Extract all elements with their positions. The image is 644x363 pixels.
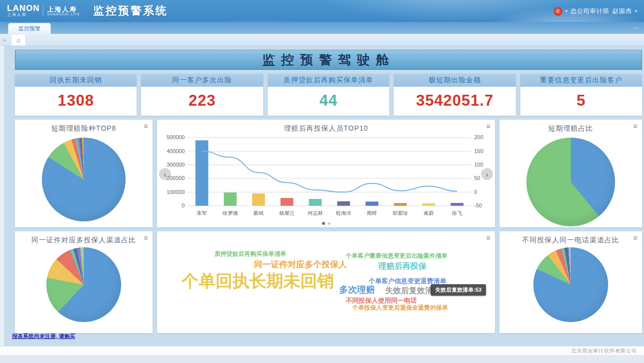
bar-line-chart-reinsure-top10[interactable]: 0-50100000020000050300000100400000150500… — [157, 134, 495, 220]
pie-chart-claim-type-top8[interactable] — [42, 138, 126, 221]
kpi-value: 5 — [520, 87, 642, 116]
carousel-dot-active[interactable] — [322, 222, 325, 225]
app-title: 监控预警系统 — [93, 3, 168, 18]
svg-text:何志林: 何志林 — [308, 210, 323, 216]
svg-text:0: 0 — [182, 202, 185, 208]
wordcloud-term[interactable]: 同一证件对应多个投保人 — [254, 260, 347, 270]
chart-tooltip: 失效后复效清单:53 — [431, 284, 486, 296]
chart-card-same-phone-channel: 不同投保人同一电话渠道占比 ≡ — [499, 231, 642, 333]
wordcloud-term[interactable]: 理赔后再投保 — [378, 262, 426, 271]
chart-menu-icon[interactable]: ≡ — [144, 234, 148, 241]
dashboard-page: LANON 上海人寿 上海人寿 SHANGHAI LIFE 监控预警系统 ✆ ▾… — [0, 0, 644, 363]
kpi-value: 223 — [141, 87, 263, 116]
chart-card-wordcloud: ≡ 质押贷款后再购买保单清单个单客户重要信息变更后出险案件清单同一证件对应多个投… — [157, 231, 495, 333]
user-name[interactable]: 赵国杰 — [612, 7, 632, 15]
pie-chart-short-claim-ratio[interactable] — [526, 138, 615, 226]
kpi-card-short-term-amount: 极短期出险金额 3542051.7 — [394, 74, 515, 116]
bottom-strip — [0, 355, 644, 363]
svg-text:朱军: 朱军 — [197, 210, 207, 216]
logo-text: LANON — [7, 4, 39, 12]
chart-title: 短期理赔占比 — [499, 120, 642, 134]
app-header: LANON 上海人寿 上海人寿 SHANGHAI LIFE 监控预警系统 ✆ ▾… — [0, 0, 644, 22]
chart-card-reinsure-top10: 理赔后再投保人员TOP10 ≡ 0-5010000002000005030000… — [157, 120, 495, 227]
carousel-next-icon[interactable]: › — [481, 168, 493, 180]
carousel-prev-icon[interactable]: ‹ — [159, 168, 171, 180]
svg-text:400000: 400000 — [166, 148, 184, 154]
carousel-dots — [157, 222, 495, 225]
svg-text:200: 200 — [474, 134, 483, 140]
combo-chart-svg: 0-50100000020000050300000100400000150500… — [160, 134, 492, 218]
wordcloud-term[interactable]: 多次理赔 — [339, 285, 375, 295]
kpi-card-huizhi: 回执长期未回销 1308 — [15, 74, 137, 116]
wordcloud-term[interactable]: 不同投保人使用同一电话 — [345, 297, 417, 304]
svg-text:50: 50 — [474, 175, 480, 181]
kpi-row: 回执长期未回销 1308 同一客户多次出险 223 质押贷款后再购买保单清单 4… — [15, 74, 642, 116]
pie-chart-same-phone-channel[interactable] — [533, 247, 608, 322]
footer-company: 北京用友审计软件有限公司 — [571, 348, 637, 355]
svg-text:100: 100 — [474, 162, 483, 168]
brand-name: 上海人寿 — [47, 6, 80, 12]
kpi-card-pledge-loan: 质押贷款后再购买保单清单 44 — [268, 74, 389, 116]
svg-text:徐飞: 徐飞 — [452, 210, 463, 216]
svg-text:100000: 100000 — [166, 189, 184, 195]
company-logo: LANON 上海人寿 上海人寿 SHANGHAI LIFE — [7, 4, 80, 17]
svg-text:邹紫珍: 邹紫珍 — [393, 210, 408, 216]
svg-text:-50: -50 — [474, 202, 482, 208]
wordcloud-term[interactable]: 个单客户重要信息变更后出险案件清单 — [345, 253, 447, 259]
collapse-header-icon[interactable]: ︿ — [633, 24, 639, 30]
svg-text:0: 0 — [474, 189, 477, 195]
chart-menu-icon[interactable]: ≡ — [144, 123, 148, 130]
svg-text:程海洋: 程海洋 — [335, 210, 352, 216]
chart-title: 短期理赔险种TOP8 — [15, 120, 153, 134]
kpi-label: 极短期出险金额 — [394, 74, 515, 87]
kpi-label: 同一客户多次出险 — [141, 74, 263, 87]
kpi-value: 1308 — [15, 87, 137, 116]
dashboard-banner: 监控预警驾驶舱 — [15, 50, 642, 70]
carousel-dot[interactable] — [328, 222, 330, 225]
chart-menu-icon[interactable]: ≡ — [633, 123, 638, 130]
brand-tagline: SHANGHAI LIFE — [47, 12, 80, 16]
pie-chart-same-cert-channel[interactable] — [46, 247, 121, 322]
kpi-value: 3542051.7 — [394, 87, 515, 116]
svg-text:杨翠兰: 杨翠兰 — [279, 210, 295, 216]
chart-card-short-claim-ratio: 短期理赔占比 ≡ — [499, 120, 642, 227]
charts-row-1: 短期理赔险种TOP8 ≡ 理赔后再投保人员TOP10 ≡ 0-501000000… — [15, 120, 642, 227]
user-department[interactable]: 总公司审计部 — [570, 7, 609, 15]
chart-menu-icon[interactable]: ≡ — [486, 123, 490, 130]
dashboard-content: 监控预警驾驶舱 回执长期未回销 1308 同一客户多次出险 223 质押贷款后再… — [0, 46, 644, 346]
chart-title: 理赔后再投保人员TOP10 — [157, 120, 495, 134]
chart-menu-icon[interactable]: ≡ — [486, 234, 490, 241]
svg-text:蒋蔚: 蒋蔚 — [423, 210, 434, 216]
wordcloud-term[interactable]: 个单投保人变更后退保全退费的保单 — [352, 305, 448, 311]
kpi-card-multi-claim: 同一客户多次出险 223 — [141, 74, 263, 116]
chart-title: 不同投保人同一电话渠道占比 — [499, 231, 642, 245]
home-tab[interactable]: ⌂ — [11, 34, 26, 46]
chart-card-same-cert-channel: 同一证件对应多投保人渠道占比 ≡ — [15, 231, 153, 333]
chevron-down-icon[interactable]: ▾ — [565, 8, 568, 13]
page-title: 监控预警驾驶舱 — [262, 51, 395, 69]
svg-text:徐梦璐: 徐梦璐 — [222, 210, 238, 216]
svg-text:蔡斌: 蔡斌 — [253, 210, 264, 216]
app-footer: 北京用友审计软件有限公司 — [0, 346, 644, 355]
user-menu-chevron-icon[interactable]: ▾ — [635, 8, 637, 13]
kpi-label: 质押贷款后再购买保单清单 — [268, 74, 389, 87]
svg-text:300000: 300000 — [166, 162, 184, 168]
unregistered-notice-link[interactable]: 报表系统尚未注册, 请购买 — [12, 333, 75, 340]
hotline-icon[interactable]: ✆ — [554, 7, 562, 15]
charts-row-2: 同一证件对应多投保人渠道占比 ≡ ≡ 质押贷款后再购买保单清单个单客户重要信息变… — [15, 231, 642, 333]
kpi-card-info-change: 重要信息变更后出险客户 5 — [520, 74, 642, 116]
logo-subtext: 上海人寿 — [7, 12, 39, 17]
expand-sidebar-icon[interactable]: » — [3, 37, 6, 43]
tab-monitor-warning[interactable]: 监控预警 — [8, 23, 51, 34]
svg-text:150: 150 — [474, 148, 483, 154]
chart-menu-icon[interactable]: ≡ — [633, 234, 638, 241]
wordcloud-term[interactable]: 质押贷款后再购买保单清单 — [214, 251, 286, 257]
chart-title: 同一证件对应多投保人渠道占比 — [15, 231, 153, 245]
tab-label: 监控预警 — [18, 25, 40, 31]
kpi-label: 回执长期未回销 — [15, 74, 137, 87]
kpi-label: 重要信息变更后出险客户 — [520, 74, 642, 87]
home-icon: ⌂ — [16, 36, 20, 44]
breadcrumb-toolbar: » ⌂ — [0, 34, 644, 46]
wordcloud-term[interactable]: 个单回执长期未回销 — [181, 272, 334, 290]
svg-text:500000: 500000 — [166, 134, 184, 140]
